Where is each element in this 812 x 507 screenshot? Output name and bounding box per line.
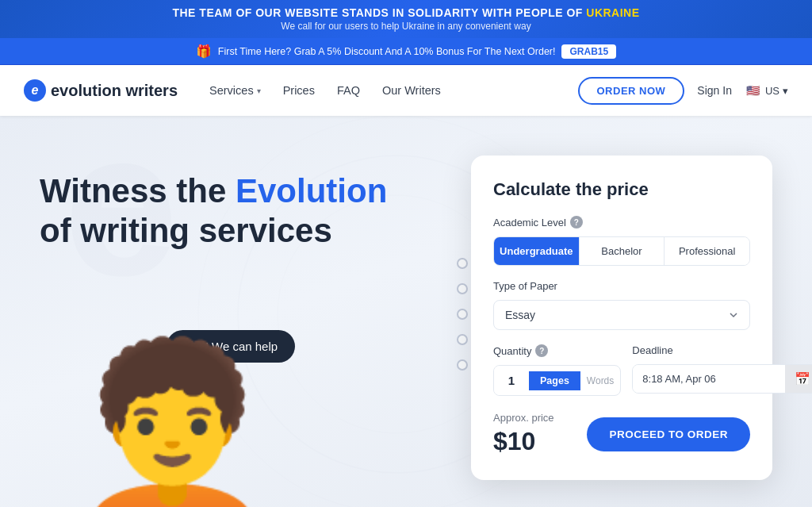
words-label[interactable]: Words: [580, 375, 620, 386]
logo[interactable]: e evolution writers: [24, 79, 178, 102]
paper-type-select[interactable]: Essay Research Paper Term Paper Thesis: [493, 300, 750, 330]
pages-toggle-button[interactable]: Pages: [529, 371, 580, 390]
price-info: Approx. price $10: [493, 412, 554, 456]
quantity-input-row: Pages Words: [493, 365, 621, 396]
nav-links: Services ▾ Prices FAQ Our Writers: [209, 84, 577, 97]
approx-price-label: Approx. price: [493, 412, 554, 424]
quantity-section: Quantity ? Pages Words: [493, 344, 621, 396]
promo-text: First Time Here? Grab A 5% Discount And …: [218, 46, 556, 57]
proceed-to-order-button[interactable]: PROCEED TO ORDER: [587, 417, 750, 451]
nav-actions: ORDER NOW Sign In 🇺🇸 US ▾: [578, 77, 789, 105]
order-now-button[interactable]: ORDER NOW: [578, 77, 685, 105]
solidarity-sub-text: We call for our users to help Ukraine in…: [16, 21, 796, 32]
ukraine-text: UKRAINE: [586, 6, 639, 19]
quantity-input[interactable]: [494, 366, 529, 395]
hero-title: Witness the Evolution of writing service…: [40, 171, 389, 252]
deadline-label: Deadline: [632, 344, 812, 356]
nav-prices[interactable]: Prices: [283, 84, 315, 97]
deadline-input[interactable]: [633, 365, 785, 393]
lang-label: US: [765, 85, 779, 97]
quantity-label: Quantity ?: [493, 344, 621, 357]
paper-type-label: Type of Paper: [493, 280, 750, 292]
nav-faq[interactable]: FAQ: [337, 84, 360, 97]
logo-icon: e: [24, 79, 46, 102]
price-amount: $10: [493, 427, 554, 456]
lang-chevron-icon: ▾: [783, 85, 788, 97]
calendar-icon: 📅: [795, 372, 810, 386]
sign-in-link[interactable]: Sign In: [697, 84, 732, 97]
nav-writers[interactable]: Our Writers: [382, 84, 441, 97]
quantity-deadline-row: Quantity ? Pages Words Deadline 📅: [493, 344, 750, 396]
paper-type-section: Type of Paper Essay Research Paper Term …: [493, 280, 750, 330]
level-undergraduate-button[interactable]: Undergraduate: [494, 237, 580, 265]
solidarity-banner: THE TEAM OF OUR WEBSITE STANDS IN SOLIDA…: [0, 0, 812, 38]
deadline-section: Deadline 📅: [632, 344, 812, 396]
level-bachelor-button[interactable]: Bachelor: [580, 237, 665, 265]
chevron-down-icon: ▾: [257, 86, 261, 95]
deadline-input-row: 📅: [632, 364, 812, 394]
promo-bar: 🎁 First Time Here? Grab A 5% Discount An…: [0, 38, 812, 65]
navbar: e evolution writers Services ▾ Prices FA…: [0, 65, 812, 116]
calendar-icon-button[interactable]: 📅: [785, 365, 812, 393]
hero-highlight: Evolution: [236, 172, 387, 209]
level-buttons: Undergraduate Bachelor Professional: [493, 236, 750, 266]
price-row: Approx. price $10 PROCEED TO ORDER: [493, 412, 750, 456]
gift-icon: 🎁: [196, 44, 212, 59]
promo-code[interactable]: GRAB15: [561, 44, 616, 59]
language-selector[interactable]: 🇺🇸 US ▾: [745, 82, 788, 99]
logo-text: evolution writers: [51, 82, 178, 100]
mascot-area: Hey! We can help 🧑‍🦱: [40, 299, 471, 507]
calc-title: Calculate the price: [493, 179, 750, 200]
calculator-card: Calculate the price Academic Level ? Und…: [471, 156, 772, 480]
nav-services[interactable]: Services ▾: [209, 84, 261, 97]
calculator-wrapper: Calculate the price Academic Level ? Und…: [471, 148, 772, 480]
academic-level-label: Academic Level ?: [493, 216, 750, 229]
flag-icon: 🇺🇸: [745, 82, 762, 99]
mascot-emoji: 🧑‍🦱: [63, 347, 282, 507]
level-professional-button[interactable]: Professional: [665, 237, 749, 265]
academic-level-help-icon[interactable]: ?: [570, 216, 583, 229]
solidarity-main-text: THE TEAM OF OUR WEBSITE STANDS IN SOLIDA…: [16, 6, 796, 19]
hero-content: Witness the Evolution of writing service…: [40, 148, 471, 507]
hero-section: e Witness the Evolution of writing servi…: [0, 116, 812, 507]
quantity-help-icon[interactable]: ?: [535, 344, 548, 357]
